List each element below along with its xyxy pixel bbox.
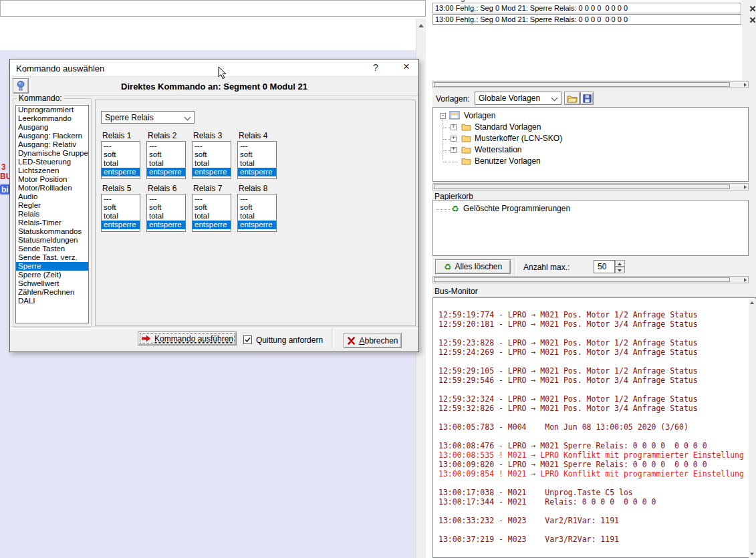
max-count-input[interactable]: 50 [594,260,615,273]
relay-listbox[interactable]: ---softtotalentsperre [192,194,231,232]
messages-h-scrollbar[interactable] [432,81,749,88]
relay-option[interactable]: --- [238,194,276,203]
open-template-button[interactable] [564,92,580,105]
vorlagen-h-scrollbar[interactable] [432,183,749,190]
close-message-icon[interactable] [749,5,755,11]
kommando-list-item[interactable]: Audio [16,192,88,201]
collapse-icon[interactable] [440,113,446,119]
relay-option[interactable]: total [102,159,140,168]
close-message-icon[interactable] [749,17,755,23]
execute-command-button[interactable]: Kommando ausführen [138,331,237,345]
vorlagen-combobox[interactable]: Globale Vorlagen [475,92,561,105]
relay-option[interactable]: total [193,159,231,168]
kommando-list-item[interactable]: Ausgang: Flackern [16,132,88,140]
scrollbar-thumb[interactable] [434,82,730,87]
relay-option[interactable]: entsperre [147,221,185,229]
relay-option[interactable]: soft [238,150,276,159]
kommando-list-item[interactable]: Relais [16,210,88,219]
relay-option[interactable]: soft [102,150,140,159]
relay-option[interactable]: entsperre [147,168,185,176]
relay-option[interactable]: soft [147,150,185,159]
scrollbar-thumb[interactable] [434,184,730,189]
quittung-checkbox[interactable] [243,335,252,344]
relay-option[interactable]: soft [147,203,185,212]
relay-option[interactable]: soft [238,203,276,212]
stepper-up-button[interactable] [615,260,625,267]
bus-monitor-v-scrollbar[interactable] [749,299,756,558]
kommando-list-item[interactable]: Sende Tast. verz. [16,253,88,262]
papierkorb-h-scrollbar[interactable] [432,276,749,283]
kommando-list-item[interactable]: Lichtszenen [16,166,88,175]
message-row[interactable]: 13:00 Fehlg.: Seg 0 Mod 21: Sperre Relai… [432,14,741,25]
relay-option[interactable]: --- [102,142,140,150]
expand-icon[interactable] [451,124,457,130]
kommando-list-item[interactable]: Sperre [16,262,88,271]
relay-option[interactable]: --- [102,194,140,203]
relay-listbox[interactable]: ---softtotalentsperre [101,194,140,232]
relay-option[interactable]: --- [238,142,276,150]
kommando-list-item[interactable]: Leerkommando [16,114,88,123]
relay-listbox[interactable]: ---softtotalentsperre [146,194,186,232]
relay-option[interactable]: total [147,212,185,221]
kommando-list-item[interactable]: Relais-Timer [16,219,88,227]
kommando-list-item[interactable]: LED-Steuerung [16,158,88,166]
kommando-list-item[interactable]: Motor/Rollladen [16,184,88,192]
save-template-button[interactable] [580,92,594,105]
scroll-right-icon[interactable] [744,185,747,189]
kommando-list-item[interactable]: Statuskommandos [16,227,88,236]
relay-option[interactable]: soft [102,203,140,212]
scroll-down-button[interactable] [749,550,756,558]
relay-option[interactable]: total [193,212,231,221]
kommando-list-item[interactable]: DALI [16,297,88,305]
kommando-listbox[interactable]: UnprogrammiertLeerkommandoAusgangAusgang… [15,105,89,323]
kommando-list-item[interactable]: Sende Tasten [16,245,88,253]
relay-listbox[interactable]: ---softtotalentsperre [237,141,277,179]
scroll-up-button[interactable] [749,299,756,307]
relay-option[interactable]: total [102,212,140,221]
relay-option[interactable]: soft [193,150,231,159]
kommando-list-item[interactable]: Unprogrammiert [16,106,88,114]
scrollbar-thumb[interactable] [434,277,730,282]
scroll-right-icon[interactable] [744,83,747,87]
kommando-list-item[interactable]: Schwellwert [16,279,88,288]
relay-option[interactable]: entsperre [193,221,231,229]
relay-option[interactable]: entsperre [102,168,140,176]
quittung-checkbox-label[interactable]: Quittung anfordern [256,335,323,345]
stepper-down-button[interactable] [615,267,625,273]
relay-option[interactable]: soft [193,203,231,212]
kommando-list-item[interactable]: Statusmeldungen [16,236,88,245]
relay-option[interactable]: total [238,159,276,168]
kommando-list-item[interactable]: Ausgang: Relativ [16,140,88,149]
scroll-up-icon[interactable] [418,24,424,27]
scroll-right-icon[interactable] [744,278,747,282]
cancel-button[interactable]: Abbrechen [344,333,402,348]
max-count-stepper[interactable] [615,260,625,273]
clear-all-button[interactable]: ♻ Alles löschen [435,259,511,274]
relay-option[interactable]: entsperre [102,221,140,229]
panel-splitter[interactable] [426,0,432,558]
kommando-list-item[interactable]: Regler [16,201,88,210]
relay-listbox[interactable]: ---softtotalentsperre [146,141,186,179]
relay-option[interactable]: --- [193,194,231,203]
dialog-close-button[interactable]: × [398,61,415,74]
kommando-list-item[interactable]: Sperre (Zeit) [16,271,88,279]
bus-monitor-log[interactable]: 12:59:19:774 - LPRO → M021 Pos. Motor 1/… [432,297,756,558]
relay-option[interactable]: --- [147,142,185,150]
relay-option[interactable]: entsperre [193,168,231,176]
relay-option[interactable]: total [147,159,185,168]
relay-option[interactable]: --- [193,142,231,150]
relay-option[interactable]: entsperre [238,221,276,229]
expand-icon[interactable] [451,136,457,142]
kommando-list-item[interactable]: Motor Position [16,175,88,184]
relay-option[interactable]: entsperre [238,168,276,176]
relay-listbox[interactable]: ---softtotalentsperre [101,141,140,179]
message-row[interactable]: 13:00 Fehlg.: Seg 0 Mod 21: Sperre Relai… [432,3,741,13]
kommando-list-item[interactable]: Dynamische Gruppen [16,149,88,158]
relay-listbox[interactable]: ---softtotalentsperre [192,141,231,179]
relay-listbox[interactable]: ---softtotalentsperre [237,194,277,232]
expand-icon[interactable] [451,147,457,153]
relay-option[interactable]: --- [147,194,185,203]
dialog-titlebar[interactable]: Kommando auswählen ? × [10,59,418,77]
sperre-type-combobox[interactable]: Sperre Relais [101,111,195,124]
kommando-list-item[interactable]: Ausgang [16,123,88,132]
